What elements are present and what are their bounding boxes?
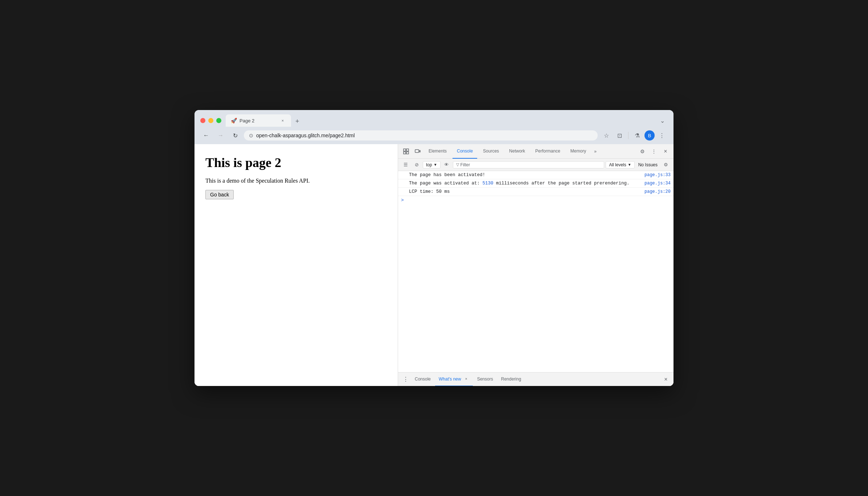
profile-button[interactable]: B (644, 130, 655, 141)
filter-icon: ▽ (456, 162, 459, 167)
devtools-more-tabs-button[interactable]: » (592, 149, 599, 154)
drawer-tab-sensors-label: Sensors (477, 377, 493, 382)
devtools-tab-console[interactable]: Console (453, 144, 477, 159)
all-levels-button[interactable]: All levels ▼ (606, 161, 634, 168)
drawer-tab-rendering[interactable]: Rendering (498, 373, 525, 386)
all-levels-label: All levels (609, 162, 626, 167)
devtools-settings-button[interactable]: ⚙ (637, 146, 647, 156)
console-entry: The page was activated at: 5130 millisec… (398, 179, 673, 188)
back-button[interactable]: ← (200, 130, 212, 141)
console-link-2[interactable]: page.js:34 (644, 181, 671, 186)
context-selector[interactable]: top ▼ (423, 161, 441, 168)
drawer-tab-console[interactable]: Console (411, 373, 434, 386)
page-description: This is a demo of the Speculation Rules … (205, 178, 387, 184)
console-link-1[interactable]: page.js:33 (644, 172, 671, 178)
inspect-element-button[interactable] (401, 146, 411, 156)
new-tab-button[interactable]: + (292, 116, 303, 127)
tab-title: Page 2 (239, 118, 277, 123)
bottom-drawer: ⋮ Console What's new × Sensors Rendering… (398, 372, 673, 386)
console-message-3: LCP time: 50 ms (409, 189, 642, 194)
devtools-tab-elements[interactable]: Elements (424, 144, 451, 159)
webpage-content: This is page 2 This is a demo of the Spe… (195, 144, 398, 386)
devtools-tab-network[interactable]: Network (505, 144, 529, 159)
bookmark-button[interactable]: ☆ (601, 130, 612, 141)
devtools-tab-performance[interactable]: Performance (531, 144, 565, 159)
security-icon: ⊙ (249, 133, 253, 138)
svg-rect-2 (404, 152, 406, 154)
drawer-close-button[interactable]: × (661, 375, 671, 384)
devtools-more-menu-button[interactable]: ⋮ (649, 146, 659, 156)
tabs-dropdown-button[interactable]: ⌄ (657, 116, 668, 126)
filter-placeholder: Filter (460, 162, 470, 167)
drawer-tab-sensors[interactable]: Sensors (474, 373, 497, 386)
svg-rect-1 (406, 149, 409, 151)
refresh-button[interactable]: ↻ (229, 130, 241, 141)
console-clear-button[interactable]: ⊘ (412, 160, 421, 170)
browser-window: 🚀 Page 2 × + ⌄ ← → ↻ ⊙ open-chalk-aspara… (195, 110, 673, 386)
nav-bar: ← → ↻ ⊙ open-chalk-asparagus.glitch.me/p… (195, 127, 673, 144)
console-message-2: The page was activated at: 5130 millisec… (409, 181, 642, 186)
drawer-tab-rendering-label: Rendering (501, 377, 521, 382)
highlight-value: 5130 (483, 181, 494, 186)
page-title: This is page 2 (205, 155, 387, 170)
device-toolbar-button[interactable] (413, 146, 423, 156)
svg-rect-3 (406, 152, 409, 154)
console-entry: The page has been activated! page.js:33 (398, 171, 673, 179)
extensions-button[interactable]: ⊡ (614, 130, 625, 141)
content-area: This is page 2 This is a demo of the Spe… (195, 144, 673, 386)
flask-button[interactable]: ⚗ (631, 130, 643, 141)
maximize-traffic-light[interactable] (216, 118, 221, 123)
console-link-3[interactable]: page.js:20 (644, 189, 671, 194)
url-display: open-chalk-asparagus.glitch.me/page2.htm… (256, 133, 593, 138)
console-toolbar: ☰ ⊘ top ▼ 👁 ▽ Filter All levels ▼ No Iss… (398, 159, 673, 171)
forward-button[interactable]: → (215, 130, 226, 141)
address-bar[interactable]: ⊙ open-chalk-asparagus.glitch.me/page2.h… (244, 130, 598, 141)
tabs-area: 🚀 Page 2 × + (226, 114, 653, 127)
nav-divider (628, 132, 629, 139)
drawer-more-button[interactable]: ⋮ (401, 375, 410, 384)
close-traffic-light[interactable] (200, 118, 205, 123)
no-issues-label: No Issues (638, 162, 658, 167)
drawer-tab-whats-new[interactable]: What's new × (435, 373, 473, 386)
tab-favicon: 🚀 (231, 118, 237, 123)
menu-button[interactable]: ⋮ (656, 130, 668, 141)
devtools-toolbar: Elements Console Sources Network Perform… (398, 144, 673, 159)
drawer-tab-whats-new-label: What's new (439, 377, 461, 382)
console-settings-button[interactable]: ⚙ (661, 160, 671, 170)
devtools-panel: Elements Console Sources Network Perform… (398, 144, 673, 386)
context-label: top (426, 162, 432, 167)
devtools-close-button[interactable]: × (660, 146, 671, 156)
console-log: The page has been activated! page.js:33 … (398, 171, 673, 372)
console-input-arrow[interactable]: > (398, 196, 673, 204)
all-levels-dropdown-icon: ▼ (628, 163, 631, 167)
svg-rect-5 (419, 150, 420, 152)
tab-close-button[interactable]: × (279, 117, 286, 124)
drawer-tab-console-label: Console (415, 377, 431, 382)
no-issues-button[interactable]: No Issues (636, 162, 660, 168)
console-message-1: The page has been activated! (409, 172, 642, 178)
console-filter[interactable]: ▽ Filter (453, 161, 605, 168)
svg-rect-4 (415, 150, 419, 153)
nav-actions: ☆ ⊡ ⚗ B ⋮ (601, 130, 668, 141)
minimize-traffic-light[interactable] (208, 118, 213, 123)
svg-rect-0 (404, 149, 406, 151)
traffic-lights (200, 118, 221, 123)
drawer-tab-whats-new-close[interactable]: × (463, 376, 469, 382)
context-dropdown-icon: ▼ (434, 163, 437, 167)
console-sidebar-button[interactable]: ☰ (401, 160, 410, 170)
console-eye-button[interactable]: 👁 (442, 160, 451, 170)
console-entry: LCP time: 50 ms page.js:20 (398, 188, 673, 196)
devtools-tab-sources[interactable]: Sources (479, 144, 503, 159)
devtools-tab-memory[interactable]: Memory (566, 144, 590, 159)
go-back-button[interactable]: Go back (205, 190, 234, 199)
browser-tab[interactable]: 🚀 Page 2 × (226, 114, 291, 127)
title-bar: 🚀 Page 2 × + ⌄ (195, 110, 673, 127)
